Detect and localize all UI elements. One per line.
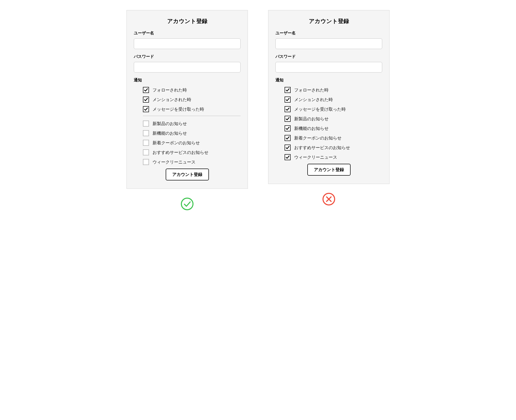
checkbox[interactable]	[143, 97, 149, 103]
checkbox-label: フォローされた時	[153, 87, 187, 93]
bad-password-group: パスワード	[275, 54, 382, 73]
good-panel: アカウント登録 ユーザー名 パスワード 通知 フォローされた時メンションされた時…	[126, 10, 248, 189]
good-username-label: ユーザー名	[134, 31, 241, 36]
checkbox[interactable]	[285, 135, 291, 141]
x-circle-icon	[322, 193, 335, 206]
good-checkbox-group1: フォローされた時メンションされた時メッセージを受け取った時	[134, 87, 241, 112]
checkbox-label: ウィークリーニュース	[153, 159, 196, 165]
checkbox[interactable]	[143, 87, 149, 93]
bad-username-label: ユーザー名	[275, 31, 382, 36]
checkbox-row: 新製品のお知らせ	[285, 116, 382, 122]
checkbox[interactable]	[143, 106, 149, 112]
checkbox-label: 新機能のお知らせ	[153, 130, 187, 136]
checkbox-label: フォローされた時	[294, 87, 329, 93]
checkbox-label: メンションされた時	[294, 97, 333, 103]
checkbox[interactable]	[285, 116, 291, 122]
bad-column: アカウント登録 ユーザー名 パスワード 通知 フォローされた時メンションされた時…	[268, 10, 390, 207]
checkbox-row: メッセージを受け取った時	[143, 106, 241, 112]
checkbox-row: おすすめサービスのお知らせ	[143, 149, 241, 155]
bad-username-group: ユーザー名	[275, 31, 382, 49]
checkbox-row: ウィークリーニュース	[143, 159, 241, 165]
good-verdict-icon	[181, 197, 194, 212]
checkbox[interactable]	[143, 130, 149, 136]
checkmark-circle-icon	[181, 197, 194, 211]
checkbox[interactable]	[285, 97, 291, 103]
good-divider	[143, 116, 241, 116]
checkbox-label: 新機能のお知らせ	[294, 126, 329, 131]
checkbox[interactable]	[285, 154, 291, 160]
checkbox-label: メンションされた時	[153, 97, 191, 103]
good-password-label: パスワード	[134, 54, 241, 59]
svg-point-0	[181, 198, 193, 210]
checkbox-label: 新着クーポンのお知らせ	[294, 135, 341, 141]
checkbox-row: 新製品のお知らせ	[143, 121, 241, 127]
good-column: アカウント登録 ユーザー名 パスワード 通知 フォローされた時メンションされた時…	[126, 10, 248, 212]
checkbox-row: 新着クーポンのお知らせ	[285, 135, 382, 141]
checkbox[interactable]	[143, 159, 149, 165]
checkbox-label: 新着クーポンのお知らせ	[153, 140, 200, 146]
bad-submit-button[interactable]: アカウント登録	[307, 164, 351, 176]
checkbox[interactable]	[285, 87, 291, 93]
checkbox-row: メンションされた時	[143, 97, 241, 103]
bad-verdict-icon	[322, 193, 335, 207]
good-password-group: パスワード	[134, 54, 241, 73]
bad-submit-row: アカウント登録	[275, 164, 382, 176]
good-username-group: ユーザー名	[134, 31, 241, 49]
checkbox-row: 新機能のお知らせ	[285, 125, 382, 131]
checkbox-label: おすすめサービスのお知らせ	[294, 145, 350, 151]
checkbox[interactable]	[143, 140, 149, 146]
checkbox-row: フォローされた時	[285, 87, 382, 93]
good-password-input[interactable]	[134, 62, 241, 73]
bad-username-input[interactable]	[275, 38, 382, 49]
comparison-wrapper: アカウント登録 ユーザー名 パスワード 通知 フォローされた時メンションされた時…	[10, 10, 506, 212]
checkbox-label: おすすめサービスのお知らせ	[153, 150, 208, 155]
checkbox-label: メッセージを受け取った時	[153, 106, 204, 112]
checkbox[interactable]	[285, 145, 291, 151]
checkbox-row: メッセージを受け取った時	[285, 106, 382, 112]
checkbox[interactable]	[285, 125, 291, 131]
good-notify-label: 通知	[134, 78, 241, 83]
checkbox-row: おすすめサービスのお知らせ	[285, 145, 382, 151]
bad-panel-title: アカウント登録	[275, 17, 382, 25]
good-submit-row: アカウント登録	[134, 169, 241, 180]
checkbox-row: フォローされた時	[143, 87, 241, 93]
bad-panel: アカウント登録 ユーザー名 パスワード 通知 フォローされた時メンションされた時…	[268, 10, 390, 184]
bad-checkbox-list: フォローされた時メンションされた時メッセージを受け取った時新製品のお知らせ新機能…	[275, 87, 382, 160]
checkbox[interactable]	[143, 121, 149, 127]
bad-password-input[interactable]	[275, 62, 382, 73]
checkbox-row: ウィークリーニュース	[285, 154, 382, 160]
bad-password-label: パスワード	[275, 54, 382, 59]
good-checkbox-group2: 新製品のお知らせ新機能のお知らせ新着クーポンのお知らせおすすめサービスのお知らせ…	[134, 121, 241, 165]
checkbox-label: ウィークリーニュース	[294, 154, 337, 160]
checkbox[interactable]	[143, 149, 149, 155]
checkbox-label: 新製品のお知らせ	[153, 121, 187, 127]
checkbox-row: 新着クーポンのお知らせ	[143, 140, 241, 146]
checkbox-label: メッセージを受け取った時	[294, 106, 346, 112]
good-username-input[interactable]	[134, 38, 241, 49]
checkbox-label: 新製品のお知らせ	[294, 116, 329, 122]
checkbox-row: メンションされた時	[285, 97, 382, 103]
good-panel-title: アカウント登録	[134, 17, 241, 25]
bad-notify-label: 通知	[275, 78, 382, 83]
checkbox[interactable]	[285, 106, 291, 112]
good-submit-button[interactable]: アカウント登録	[166, 169, 209, 180]
checkbox-row: 新機能のお知らせ	[143, 130, 241, 136]
